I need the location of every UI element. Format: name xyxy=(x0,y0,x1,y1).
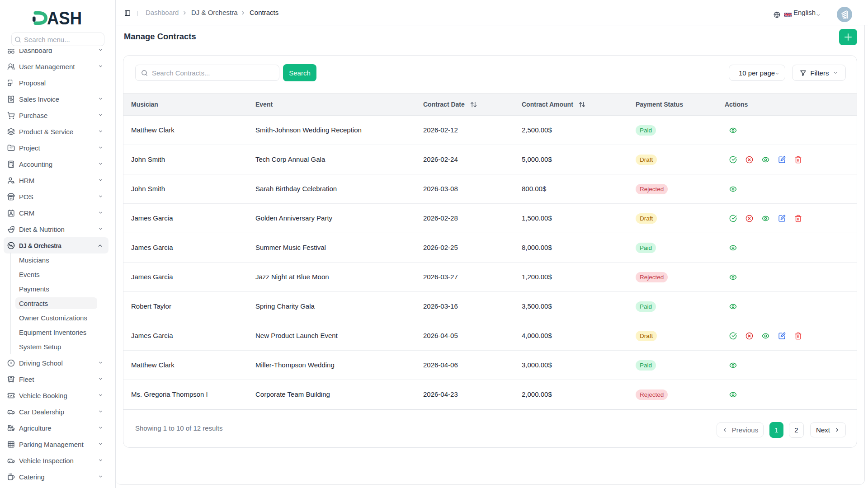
svg-text:ASH: ASH xyxy=(47,10,82,26)
